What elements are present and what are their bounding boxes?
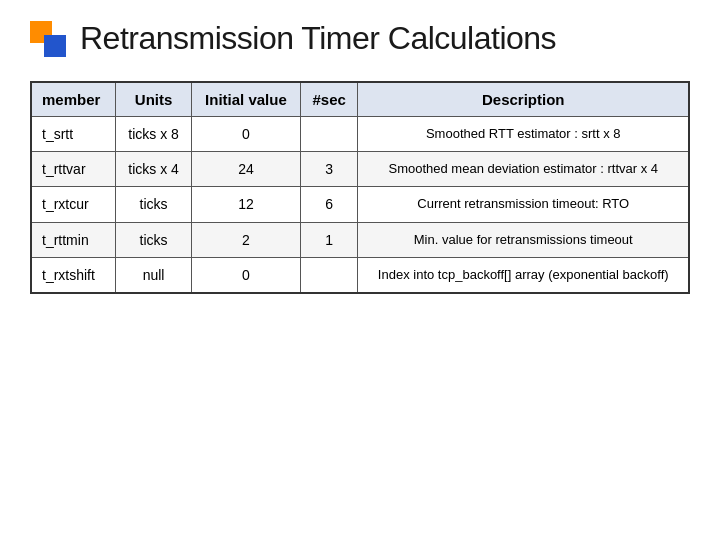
title-icon — [30, 21, 66, 57]
cell-row0-col0: t_srtt — [31, 117, 116, 152]
cell-row2-col3: 6 — [300, 187, 358, 222]
table-row: t_srttticks x 80Smoothed RTT estimator :… — [31, 117, 689, 152]
cell-row3-col3: 1 — [300, 222, 358, 257]
header-sec: #sec — [300, 82, 358, 117]
cell-row2-col1: ticks — [116, 187, 192, 222]
cell-row1-col3: 3 — [300, 152, 358, 187]
cell-row1-col0: t_rttvar — [31, 152, 116, 187]
icon-blue-square — [44, 35, 66, 57]
table-row: t_rxtcurticks126Current retransmission t… — [31, 187, 689, 222]
header-member: member — [31, 82, 116, 117]
header-description: Description — [358, 82, 689, 117]
data-table: member Units Initial value #sec Descript… — [30, 81, 690, 294]
cell-row4-col3 — [300, 257, 358, 293]
cell-row3-col0: t_rttmin — [31, 222, 116, 257]
cell-row2-col4: Current retransmission timeout: RTO — [358, 187, 689, 222]
cell-row0-col1: ticks x 8 — [116, 117, 192, 152]
cell-row0-col3 — [300, 117, 358, 152]
cell-row3-col2: 2 — [192, 222, 301, 257]
table-row: t_rttvarticks x 4243Smoothed mean deviat… — [31, 152, 689, 187]
cell-row0-col4: Smoothed RTT estimator : srtt x 8 — [358, 117, 689, 152]
cell-row4-col2: 0 — [192, 257, 301, 293]
table-header-row: member Units Initial value #sec Descript… — [31, 82, 689, 117]
page: Retransmission Timer Calculations member… — [0, 0, 720, 540]
cell-row3-col1: ticks — [116, 222, 192, 257]
table-container: member Units Initial value #sec Descript… — [30, 81, 690, 294]
cell-row1-col1: ticks x 4 — [116, 152, 192, 187]
cell-row3-col4: Min. value for retransmissions timeout — [358, 222, 689, 257]
cell-row2-col0: t_rxtcur — [31, 187, 116, 222]
page-title: Retransmission Timer Calculations — [80, 20, 556, 57]
cell-row4-col0: t_rxtshift — [31, 257, 116, 293]
table-row: t_rxtshiftnull0Index into tcp_backoff[] … — [31, 257, 689, 293]
cell-row4-col1: null — [116, 257, 192, 293]
cell-row1-col2: 24 — [192, 152, 301, 187]
cell-row4-col4: Index into tcp_backoff[] array (exponent… — [358, 257, 689, 293]
header-initial-value: Initial value — [192, 82, 301, 117]
table-row: t_rttminticks21Min. value for retransmis… — [31, 222, 689, 257]
cell-row1-col4: Smoothed mean deviation estimator : rttv… — [358, 152, 689, 187]
header-units: Units — [116, 82, 192, 117]
cell-row2-col2: 12 — [192, 187, 301, 222]
cell-row0-col2: 0 — [192, 117, 301, 152]
title-bar: Retransmission Timer Calculations — [30, 20, 690, 57]
